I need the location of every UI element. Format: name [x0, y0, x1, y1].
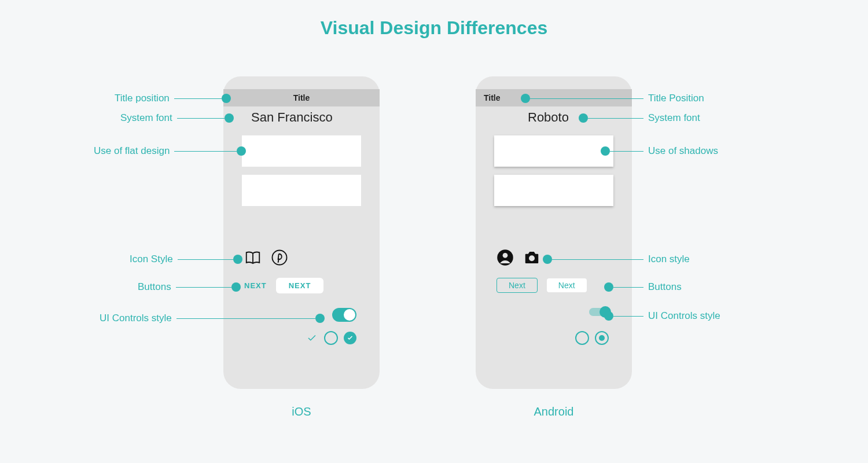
annotation-android-title-position: Title Position [521, 93, 704, 104]
ios-phone-mock: Title San Francisco NEXT NEXT [223, 76, 380, 389]
ios-controls-row [332, 308, 356, 322]
account-circle-icon [496, 249, 514, 269]
annotation-ios-ui-controls: UI Controls style [100, 313, 325, 324]
annotation-android-ui-controls: UI Controls style [604, 310, 720, 322]
android-fill-button[interactable]: Next [547, 278, 587, 292]
annotation-ios-icon-style: Icon Style [130, 253, 242, 265]
ios-card-flat [242, 175, 361, 206]
android-radio-unchecked[interactable] [575, 331, 589, 345]
checkmark-icon[interactable] [306, 332, 318, 344]
android-icon-row [496, 249, 540, 269]
annotation-ios-system-font: System font [120, 112, 234, 124]
android-platform-label: Android [476, 405, 632, 418]
annotation-android-shadows: Use of shadows [601, 145, 718, 157]
ios-button-row: NEXT NEXT [244, 278, 323, 293]
page-title: Visual Design Differences [0, 17, 868, 39]
ios-title-text: Title [293, 93, 310, 102]
ios-radio-checked[interactable] [344, 332, 356, 344]
android-system-font-label: Roboto [528, 110, 569, 125]
annotation-ios-buttons: Buttons [138, 281, 241, 293]
annotation-android-system-font: System font [579, 112, 700, 124]
svg-point-3 [529, 255, 535, 261]
annotation-android-buttons: Buttons [604, 281, 682, 293]
ios-system-font-label: San Francisco [251, 110, 333, 125]
android-radio-row [575, 331, 609, 345]
ios-card-flat [242, 135, 361, 167]
ios-raised-button[interactable]: NEXT [276, 278, 324, 293]
android-radio-checked[interactable] [595, 331, 609, 345]
svg-point-0 [273, 251, 287, 265]
book-outline-icon [244, 249, 262, 269]
annotation-android-icon-style: Icon style [543, 253, 690, 265]
pinterest-outline-icon [271, 249, 288, 269]
svg-point-2 [503, 253, 508, 258]
annotation-ios-title-position: Title position [115, 93, 231, 104]
ios-icon-row [244, 249, 288, 269]
android-title-text: Title [484, 93, 501, 102]
camera-icon [523, 249, 540, 269]
android-outline-button[interactable]: Next [496, 278, 538, 293]
ios-title-bar: Title [223, 89, 380, 106]
ios-check-row [306, 331, 356, 345]
android-card-shadow [494, 135, 613, 167]
ios-toggle-switch[interactable] [332, 308, 356, 322]
ios-platform-label: iOS [223, 405, 380, 418]
android-card-shadow [494, 175, 613, 206]
android-button-row: Next Next [496, 278, 587, 293]
ios-flat-button[interactable]: NEXT [244, 281, 267, 290]
ios-radio-unchecked[interactable] [324, 331, 338, 345]
annotation-ios-flat-design: Use of flat design [94, 145, 246, 157]
